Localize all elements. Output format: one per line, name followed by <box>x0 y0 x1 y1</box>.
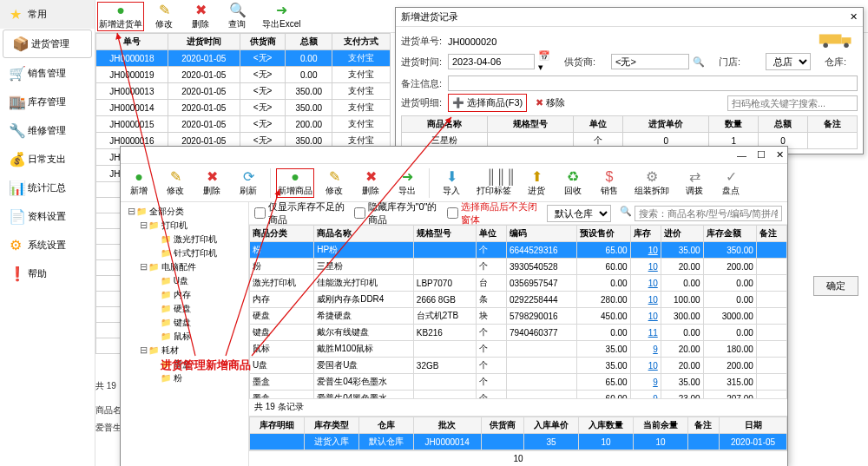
goods-tb-新增商品[interactable]: ●新增商品 <box>276 168 314 198</box>
toolbar-search-button[interactable]: 🔍查询 <box>220 2 253 31</box>
goods-tb-修改[interactable]: ✎修改 <box>159 168 192 198</box>
only-nostock-checkbox[interactable]: 仅显示库存不足的商品 <box>254 200 345 226</box>
nav-money[interactable]: 💰日常支出 <box>0 145 95 174</box>
tree-node[interactable]: 📁 激光打印机 <box>122 233 247 246</box>
tree-node[interactable]: 📁 内存 <box>122 288 247 302</box>
goods-tb-销售[interactable]: $销售 <box>593 168 626 198</box>
goods-tb-删除[interactable]: ✖删除 <box>195 168 228 198</box>
goods-row[interactable]: 激光打印机佳能激光打印机LBP7070台03569575470.00100.00… <box>250 275 787 292</box>
goods-row[interactable]: 墨盒爱普生04黑色墨水个60.00923.00207.00 <box>250 391 787 399</box>
nav-help[interactable]: ❗帮助 <box>0 259 95 288</box>
shop-label: 门店: <box>719 56 762 69</box>
toolbar-export-button[interactable]: ➜导出Excel <box>257 2 306 31</box>
col-header[interactable]: 单号 <box>96 34 168 50</box>
nav-warehouse[interactable]: 🏬库存管理 <box>0 88 95 116</box>
purchase-row[interactable]: JH00000132020-01-05<无>350.00支付宝 <box>96 83 391 100</box>
close-icon[interactable]: ✕ <box>850 11 858 23</box>
tree-node[interactable]: ⊟📁 耗材 <box>122 344 247 358</box>
row-fragment: 爱普生 <box>95 422 122 434</box>
goods-row[interactable]: 内存威刚内存条DDR42666 8GB条0292258444280.001010… <box>250 292 787 308</box>
record-count: 共 19 <box>95 380 116 392</box>
supplier-input[interactable] <box>611 54 689 69</box>
filter-bar: 仅显示库存不足的商品 隐藏库存为"0"的商品 选择商品后不关闭窗体 默认仓库 🔍 <box>249 202 787 225</box>
goods-tb-刷新[interactable]: ⟳刷新 <box>232 168 265 198</box>
wh-filter-select[interactable]: 默认仓库 <box>547 205 611 222</box>
noclose-checkbox[interactable]: 选择商品后不关闭窗体 <box>447 200 538 226</box>
maximize-icon[interactable]: ☐ <box>757 149 766 161</box>
goods-tb-打印标签[interactable]: ║║║打印标签 <box>471 168 516 198</box>
goods-toolbar: ●新增✎修改✖删除⟳刷新●新增商品✎修改✖删除➜导出⬇导入║║║打印标签⬆进货♻… <box>121 164 787 202</box>
select-goods-button[interactable]: ➕ 选择商品(F3) <box>448 94 527 112</box>
col-header[interactable]: 进货时间 <box>168 34 240 50</box>
tree-node[interactable]: ⊟📁 全部分类 <box>122 205 247 219</box>
goods-tb-回收[interactable]: ♻回收 <box>556 168 589 198</box>
goods-row[interactable]: 硬盘希捷硬盘台式机2TB块5798290016450.0010300.00300… <box>250 308 787 325</box>
category-tree[interactable]: ⊟📁 全部分类⊟📁 打印机📁 激光打印机📁 针式打印机⊟📁 电脑配件📁 U盘📁 … <box>121 202 249 466</box>
col-label: 商品名 <box>95 404 122 417</box>
close-icon[interactable]: ✕ <box>776 149 784 161</box>
purchase-row[interactable]: JH00000182020-01-05<无>0.00支付宝 <box>96 50 391 67</box>
nav-cart[interactable]: 🛒销售管理 <box>0 59 95 88</box>
goods-tb-修改[interactable]: ✎修改 <box>318 168 351 198</box>
goods-tb-导出[interactable]: ➜导出 <box>391 168 424 198</box>
purchase-row[interactable]: JH00000152020-01-05<无>200.00支付宝 <box>96 116 391 133</box>
shop-select[interactable]: 总店 <box>766 53 811 70</box>
tree-node[interactable]: 📁 粉 <box>122 371 247 385</box>
tree-node[interactable]: 📁 U盘 <box>122 274 247 288</box>
nav-box-in[interactable]: 📦进货管理 <box>3 30 92 58</box>
tree-node[interactable]: 📁 针式打印机 <box>122 246 247 260</box>
goods-row[interactable]: 粉HP粉个664452931665.001035.00350.00 <box>250 242 787 259</box>
nav-chart[interactable]: 📊统计汇总 <box>0 174 95 202</box>
goods-tb-调拨[interactable]: ⇄调拨 <box>678 168 711 198</box>
tree-node[interactable]: ⊟📁 打印机 <box>122 219 247 233</box>
plus-icon: ➕ <box>452 97 464 108</box>
goods-tb-进货[interactable]: ⬆进货 <box>520 168 553 198</box>
svg-point-3 <box>844 43 849 49</box>
svg-point-2 <box>823 43 828 49</box>
scan-input[interactable] <box>727 95 858 111</box>
date-input[interactable] <box>448 54 535 69</box>
calendar-icon[interactable]: 📅▾ <box>538 50 550 73</box>
dialog-title: 新增进货记录 <box>401 10 458 23</box>
toolbar-xred-button[interactable]: ✖删除 <box>184 2 217 31</box>
goods-tb-新增[interactable]: ●新增 <box>122 168 155 198</box>
ok-button[interactable]: 确定 <box>813 276 858 296</box>
purchase-row[interactable]: JH00000142020-01-05<无>350.00支付宝 <box>96 100 391 116</box>
goods-tb-导入[interactable]: ⬇导入 <box>435 168 468 198</box>
goods-search-input[interactable] <box>635 206 782 221</box>
goods-tb-组装拆卸[interactable]: ⚙组装拆卸 <box>629 168 674 198</box>
goods-row[interactable]: U盘爱国者U盘32GB个35.001020.00200.00 <box>250 358 787 374</box>
toolbar-plus-button[interactable]: ●新增进货单 <box>97 2 144 31</box>
search-icon[interactable]: 🔍 <box>620 206 632 221</box>
tree-node[interactable]: 📁 墨盒 <box>122 358 247 371</box>
nav-gear[interactable]: ⚙系统设置 <box>0 231 95 259</box>
nav-doc[interactable]: 📄资料设置 <box>0 202 95 231</box>
col-header[interactable]: 总额 <box>286 34 332 50</box>
tree-node[interactable]: 📁 硬盘 <box>122 302 247 316</box>
goods-row[interactable]: 粉三星粉个393054052860.001020.00200.00 <box>250 259 787 275</box>
tree-node[interactable]: 📁 鼠标 <box>122 330 247 344</box>
nav-wrench[interactable]: 🔧维修管理 <box>0 116 95 145</box>
goods-row[interactable]: 墨盒爱普生04彩色墨水个65.00935.00315.00 <box>250 374 787 391</box>
toolbar-pencil-button[interactable]: ✎修改 <box>148 2 181 31</box>
tree-node[interactable]: ⊟📁 电脑配件 <box>122 260 247 274</box>
tree-node[interactable]: 📁 键盘 <box>122 316 247 330</box>
col-header[interactable]: 供货商 <box>240 34 286 50</box>
nav-star[interactable]: ★常用 <box>0 0 95 29</box>
goods-tb-盘点[interactable]: ✓盘点 <box>714 168 747 198</box>
remark-input[interactable] <box>448 75 858 91</box>
search-icon[interactable]: 🔍 <box>693 56 705 68</box>
goods-row[interactable]: 鼠标戴胜M100鼠标个35.00920.00180.00 <box>250 341 787 358</box>
minimize-icon[interactable]: — <box>737 150 746 161</box>
hide-zero-checkbox[interactable]: 隐藏库存为"0"的商品 <box>354 200 439 226</box>
goods-tb-删除[interactable]: ✖删除 <box>354 168 387 198</box>
remove-button[interactable]: ✖ 移除 <box>536 96 565 109</box>
goods-table[interactable]: 商品分类商品名称规格型号单位编码预设售价库存进价库存金额备注粉HP粉个66445… <box>249 225 787 398</box>
goods-row[interactable]: 键盘戴尔有线键盘KB216个79404603770.00110.000.00 <box>250 325 787 341</box>
purchase-row[interactable]: JH00000192020-01-05<无>0.00支付宝 <box>96 67 391 83</box>
svg-rect-0 <box>819 35 842 44</box>
truck-icon <box>818 29 856 49</box>
wh-label: 仓库: <box>825 56 868 69</box>
col-header[interactable]: 支付方式 <box>332 34 391 50</box>
x-icon: ✖ <box>536 97 543 108</box>
